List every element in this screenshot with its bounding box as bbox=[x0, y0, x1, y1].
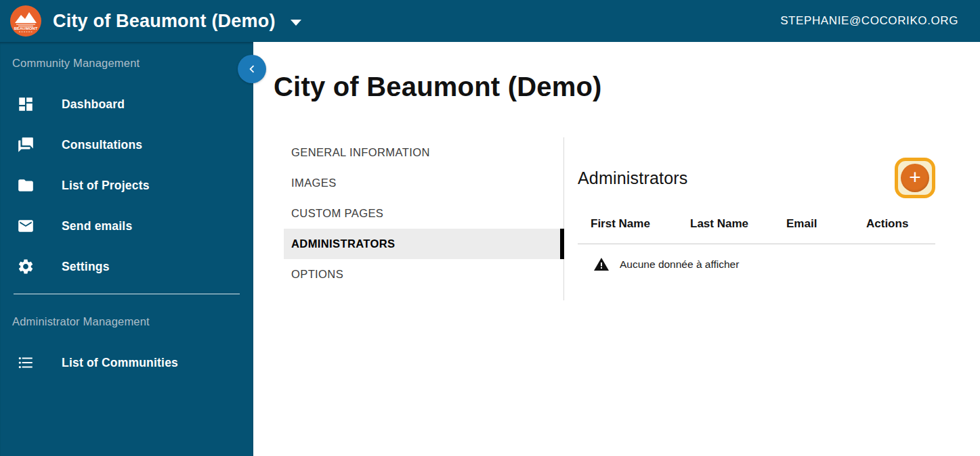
sidebar: Community Management Dashboard Consultat… bbox=[0, 42, 253, 456]
table-divider bbox=[578, 244, 935, 244]
dashboard-icon bbox=[17, 95, 35, 113]
sidebar-item-dashboard[interactable]: Dashboard bbox=[0, 84, 253, 124]
tab-custom-pages[interactable]: CUSTOM PAGES bbox=[284, 198, 563, 229]
sidebar-item-label: Consultations bbox=[62, 138, 142, 152]
envelope-icon bbox=[17, 217, 35, 235]
user-email[interactable]: STEPHANIE@COCORIKO.ORG bbox=[780, 14, 958, 28]
sidebar-divider bbox=[14, 294, 240, 294]
beaumont-logo-icon: BEAUMONT bbox=[9, 5, 42, 37]
panel-title: Administrators bbox=[578, 168, 688, 188]
sidebar-item-list-of-projects[interactable]: List of Projects bbox=[0, 165, 253, 206]
sidebar-item-list-of-communities[interactable]: List of Communities bbox=[0, 342, 253, 383]
page-title: City of Beaumont (Demo) bbox=[274, 70, 980, 103]
administrators-table-header: First Name Last Name Email Actions bbox=[578, 217, 935, 231]
column-last-name: Last Name bbox=[690, 217, 786, 231]
sidebar-item-label: Settings bbox=[62, 260, 110, 274]
community-switcher[interactable]: City of Beaumont (Demo) bbox=[53, 11, 301, 32]
column-actions: Actions bbox=[866, 217, 935, 231]
chat-bubbles-icon bbox=[17, 136, 35, 154]
gear-icon bbox=[17, 258, 35, 275]
settings-content: GENERAL INFORMATION IMAGES CUSTOM PAGES … bbox=[284, 137, 980, 300]
tab-administrators[interactable]: ADMINISTRATORS bbox=[284, 229, 563, 259]
app-header: BEAUMONT City of Beaumont (Demo) STEPHAN… bbox=[0, 0, 980, 42]
add-administrator-button[interactable]: + bbox=[895, 158, 935, 198]
logo-text: BEAUMONT bbox=[14, 26, 38, 30]
empty-state-row: Aucune donnée à afficher bbox=[578, 256, 935, 273]
warning-triangle-icon bbox=[593, 256, 610, 273]
panel-header: Administrators + bbox=[578, 158, 935, 198]
bulleted-list-icon bbox=[17, 354, 35, 371]
tab-general-information[interactable]: GENERAL INFORMATION bbox=[284, 137, 563, 168]
tab-images[interactable]: IMAGES bbox=[284, 168, 563, 198]
beaumont-logo[interactable]: BEAUMONT bbox=[9, 5, 42, 37]
sidebar-item-label: List of Projects bbox=[62, 179, 150, 193]
sidebar-item-label: List of Communities bbox=[62, 356, 178, 370]
settings-tab-list: GENERAL INFORMATION IMAGES CUSTOM PAGES … bbox=[284, 137, 564, 300]
sidebar-section-community-management: Community Management bbox=[0, 42, 253, 70]
chevron-left-icon bbox=[244, 62, 259, 76]
sidebar-section-administrator-management: Administrator Management bbox=[0, 300, 253, 328]
sidebar-collapse-button[interactable] bbox=[238, 55, 266, 83]
plus-icon: + bbox=[901, 164, 929, 192]
tab-options[interactable]: OPTIONS bbox=[284, 259, 563, 290]
sidebar-item-label: Send emails bbox=[62, 219, 132, 233]
main-content: City of Beaumont (Demo) GENERAL INFORMAT… bbox=[253, 42, 980, 456]
community-title: City of Beaumont (Demo) bbox=[53, 11, 276, 32]
administrators-panel: Administrators + First Name Last Name Em… bbox=[578, 137, 935, 273]
sidebar-item-settings[interactable]: Settings bbox=[0, 246, 253, 287]
sidebar-item-consultations[interactable]: Consultations bbox=[0, 124, 253, 165]
column-first-name: First Name bbox=[591, 217, 690, 231]
sidebar-item-send-emails[interactable]: Send emails bbox=[0, 206, 253, 246]
chevron-down-icon bbox=[291, 20, 301, 26]
sidebar-item-label: Dashboard bbox=[62, 97, 125, 112]
empty-state-message: Aucune donnée à afficher bbox=[620, 258, 739, 271]
column-email: Email bbox=[786, 217, 866, 231]
folder-icon bbox=[17, 177, 35, 194]
